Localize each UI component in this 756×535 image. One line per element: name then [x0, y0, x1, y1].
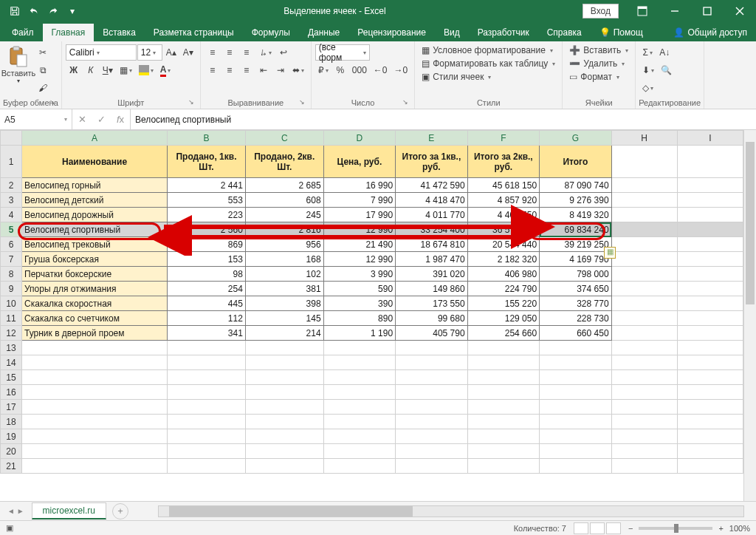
inc-decimal-icon[interactable]: ←0: [371, 62, 391, 78]
cut-icon[interactable]: ✂: [35, 44, 51, 61]
cell-data[interactable]: 149 860: [396, 282, 467, 296]
row-header-17[interactable]: 17: [1, 400, 22, 415]
empty-cell[interactable]: [540, 370, 611, 385]
save-icon[interactable]: [6, 2, 24, 20]
align-middle-icon[interactable]: ≡: [221, 44, 238, 61]
cell-data[interactable]: 2 441: [168, 178, 246, 193]
signin-button[interactable]: Вход: [583, 4, 619, 18]
row-header-19[interactable]: 19: [1, 429, 22, 444]
format-as-table-button[interactable]: ▤Форматировать как таблицу: [419, 58, 558, 69]
cell-name[interactable]: Турник в дверной проем: [22, 326, 168, 341]
empty-cell[interactable]: [168, 385, 246, 400]
empty-cell[interactable]: [467, 385, 539, 400]
empty-cell[interactable]: [467, 444, 539, 459]
format-cells-button[interactable]: ▭Формат: [566, 71, 631, 83]
cell-data[interactable]: 8 419 320: [540, 208, 611, 222]
tab-view[interactable]: Вид: [435, 24, 469, 41]
cell-data[interactable]: 102: [245, 267, 323, 282]
find-icon[interactable]: 🔍: [658, 62, 675, 78]
cell-data[interactable]: 608: [245, 193, 323, 208]
empty-cell[interactable]: [677, 400, 743, 415]
row-header-18[interactable]: 18: [1, 415, 22, 429]
bold-button[interactable]: Ж: [66, 62, 82, 78]
cell-data[interactable]: 129 050: [467, 311, 539, 326]
empty-cell[interactable]: [22, 459, 168, 474]
empty-cell[interactable]: [323, 429, 395, 444]
col-header-H[interactable]: H: [611, 131, 677, 146]
row-header-3[interactable]: 3: [1, 193, 22, 208]
cell-data[interactable]: 2 182 320: [467, 252, 539, 267]
ribbon-options-icon[interactable]: [626, 0, 659, 22]
empty-cell[interactable]: [22, 415, 168, 429]
minimize-icon[interactable]: [659, 0, 691, 22]
cell-data[interactable]: 99 680: [396, 311, 467, 326]
empty-cell[interactable]: [245, 341, 323, 355]
zoom-slider[interactable]: [639, 527, 712, 530]
horizontal-scrollbar[interactable]: [158, 505, 744, 517]
cell-data[interactable]: 224 790: [467, 282, 539, 296]
row-header-9[interactable]: 9: [1, 282, 22, 296]
cell-data[interactable]: 39 219 250: [540, 237, 611, 252]
cell-data[interactable]: 33 254 400: [396, 222, 467, 237]
empty-cell[interactable]: [540, 415, 611, 429]
cell-name[interactable]: Велосипед горный: [22, 178, 168, 193]
row-header-20[interactable]: 20: [1, 444, 22, 459]
name-box[interactable]: A5: [0, 109, 72, 129]
tab-formulas[interactable]: Формулы: [243, 24, 299, 41]
fill-color-icon[interactable]: [136, 62, 157, 78]
cell-data[interactable]: 9 276 390: [540, 193, 611, 208]
decrease-font-icon[interactable]: A▾: [180, 44, 196, 61]
underline-button[interactable]: Ч ▾: [100, 62, 116, 78]
cell-data[interactable]: 341: [168, 326, 246, 341]
empty-cell[interactable]: [168, 415, 246, 429]
insert-cells-button[interactable]: ➕Вставить: [566, 44, 631, 56]
tab-developer[interactable]: Разработчик: [469, 24, 538, 41]
cell-data[interactable]: 405 790: [396, 326, 467, 341]
row-header-2[interactable]: 2: [1, 178, 22, 193]
empty-cell[interactable]: [540, 459, 611, 474]
cell-name[interactable]: Велосипед детский: [22, 193, 168, 208]
empty-cell[interactable]: [677, 385, 743, 400]
cell-data[interactable]: 869: [168, 237, 246, 252]
table-header[interactable]: Итого за 2кв., руб.: [467, 146, 539, 178]
wrap-text-icon[interactable]: ↩: [275, 44, 292, 61]
empty-cell[interactable]: [22, 385, 168, 400]
empty-cell[interactable]: [396, 385, 467, 400]
cell-data[interactable]: 660 450: [540, 326, 611, 341]
empty-cell[interactable]: [611, 385, 677, 400]
empty-cell[interactable]: [467, 400, 539, 415]
empty-cell[interactable]: [396, 400, 467, 415]
fx-icon[interactable]: fx: [111, 114, 130, 125]
cell-data[interactable]: 4 011 770: [396, 208, 467, 222]
cell-data[interactable]: 254: [168, 282, 246, 296]
empty-cell[interactable]: [245, 459, 323, 474]
dec-decimal-icon[interactable]: →0: [391, 62, 411, 78]
empty-cell[interactable]: [677, 341, 743, 355]
empty-cell[interactable]: [467, 370, 539, 385]
empty-cell[interactable]: [467, 355, 539, 370]
format-painter-icon[interactable]: 🖌: [35, 80, 51, 96]
row-header-8[interactable]: 8: [1, 267, 22, 282]
cell-name[interactable]: Груша боксерская: [22, 252, 168, 267]
col-header-F[interactable]: F: [467, 131, 539, 146]
empty-cell[interactable]: [611, 355, 677, 370]
empty-cell[interactable]: [540, 400, 611, 415]
zoom-in-icon[interactable]: +: [718, 524, 723, 533]
empty-cell[interactable]: [168, 429, 246, 444]
cell-data[interactable]: 87 090 740: [540, 178, 611, 193]
cell-data[interactable]: 1 190: [323, 326, 395, 341]
empty-cell[interactable]: [168, 400, 246, 415]
increase-font-icon[interactable]: A▴: [163, 44, 179, 61]
undo-icon[interactable]: [25, 2, 43, 20]
copy-icon[interactable]: ⧉: [35, 62, 51, 78]
cell-data[interactable]: 145: [245, 311, 323, 326]
cell-data[interactable]: 36 579 840: [467, 222, 539, 237]
tab-tellme[interactable]: 💡Помощ: [591, 24, 652, 41]
cell-data[interactable]: 223: [168, 208, 246, 222]
row-header-6[interactable]: 6: [1, 237, 22, 252]
align-right-icon[interactable]: ≡: [238, 62, 255, 78]
add-sheet-button[interactable]: ＋: [112, 503, 128, 519]
col-header-B[interactable]: B: [168, 131, 246, 146]
cell-data[interactable]: 798 000: [540, 267, 611, 282]
empty-cell[interactable]: [677, 415, 743, 429]
